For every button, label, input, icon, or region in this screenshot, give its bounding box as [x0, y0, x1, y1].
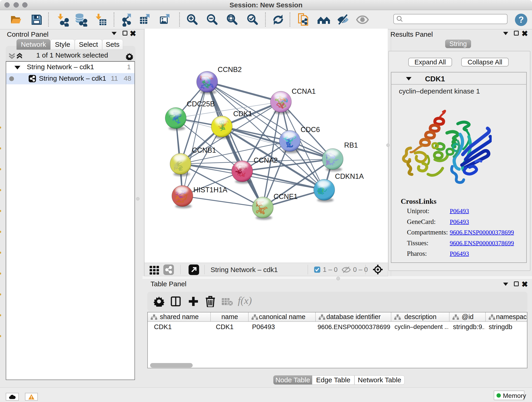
svg-text:CCNB2: CCNB2: [218, 65, 242, 74]
svg-text:CCNB1: CCNB1: [192, 146, 216, 154]
svg-text:HIST1H1A: HIST1H1A: [193, 186, 227, 194]
svg-text:CDK1: CDK1: [233, 110, 252, 118]
svg-text:CDKN1A: CDKN1A: [335, 172, 364, 180]
svg-text:?: ?: [519, 15, 524, 25]
svg-text:CCNE1: CCNE1: [273, 192, 298, 201]
svg-text:CCNA2: CCNA2: [254, 156, 278, 164]
svg-text:CDC6: CDC6: [301, 126, 320, 134]
svg-text:CCNA1: CCNA1: [292, 87, 316, 95]
svg-text:CDC25B: CDC25B: [187, 100, 215, 108]
svg-text:RB1: RB1: [344, 141, 358, 149]
